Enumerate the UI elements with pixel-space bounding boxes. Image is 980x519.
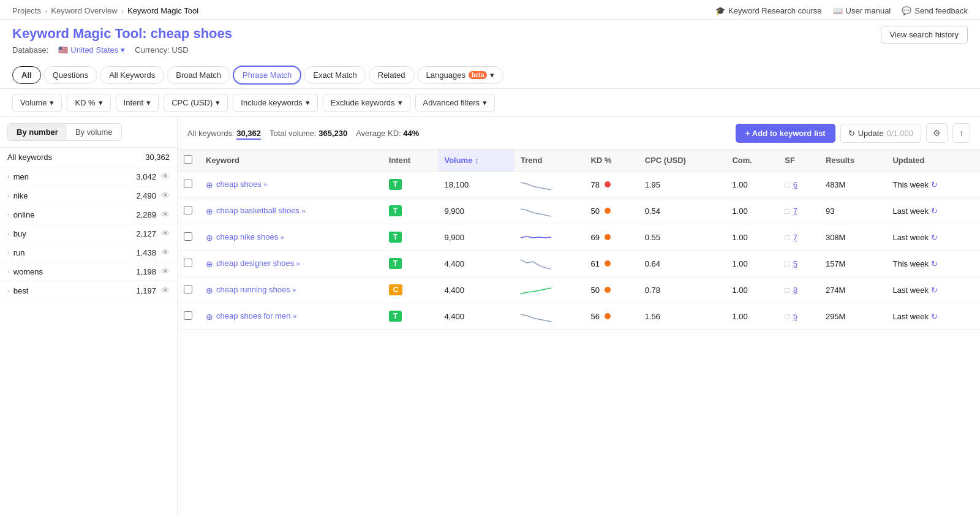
row-checkbox-2[interactable] xyxy=(184,232,192,241)
sf-icon-2: □ xyxy=(785,233,790,242)
volume-filter[interactable]: Volume ▾ xyxy=(12,94,62,112)
user-manual-link[interactable]: 📖 User manual xyxy=(833,6,891,15)
chevron-down-icon: ▾ xyxy=(50,98,54,107)
volume-header[interactable]: Volume ↕ xyxy=(438,150,514,172)
refresh-icon-2[interactable]: ↻ xyxy=(931,233,938,242)
row-checkbox-4[interactable] xyxy=(184,285,192,294)
view-search-history-button[interactable]: View search history xyxy=(881,26,968,44)
eye-icon[interactable]: 👁 xyxy=(161,229,170,238)
eye-icon[interactable]: 👁 xyxy=(161,248,170,257)
chevron-down-icon: ▾ xyxy=(490,70,494,80)
breadcrumb-current: Keyword Magic Tool xyxy=(127,6,198,15)
sidebar-item-womens[interactable]: › womens 1,198 👁 xyxy=(0,262,177,281)
page-title: Keyword Magic Tool: cheap shoes xyxy=(12,26,232,42)
refresh-icon-1[interactable]: ↻ xyxy=(931,206,938,216)
refresh-icon: ↻ xyxy=(848,129,855,138)
update-button[interactable]: ↻ Update 0/1,000 xyxy=(840,124,921,143)
sf-header: SF xyxy=(778,150,820,172)
intent-badge-2: T xyxy=(389,232,402,243)
tab-questions[interactable]: Questions xyxy=(43,66,98,84)
sidebar-item-best[interactable]: › best 1,197 👁 xyxy=(0,281,177,300)
table-header-row: Keyword Intent Volume ↕ Trend KD % CPC (… xyxy=(178,150,980,172)
tab-phrase-match[interactable]: Phrase Match xyxy=(233,66,301,85)
sf-number-1[interactable]: 7 xyxy=(793,206,797,216)
keyword-link-4[interactable]: cheap running shoes » xyxy=(216,285,296,294)
sidebar-all-keywords-row: All keywords 30,362 xyxy=(0,148,177,167)
database-selector[interactable]: 🇺🇸 United States ▾ xyxy=(58,45,125,55)
chevron-down-icon: ▾ xyxy=(306,98,310,107)
tab-broad-match[interactable]: Broad Match xyxy=(167,66,230,84)
sf-number-2[interactable]: 7 xyxy=(793,233,797,242)
settings-button[interactable]: ⚙ xyxy=(926,123,948,143)
sf-number-0[interactable]: 6 xyxy=(793,180,797,189)
keyword-research-course-link[interactable]: 🎓 Keyword Research course xyxy=(715,6,821,15)
advanced-filters[interactable]: Advanced filters ▾ xyxy=(415,94,496,112)
include-keywords-filter[interactable]: Include keywords ▾ xyxy=(233,94,317,112)
tab-related[interactable]: Related xyxy=(369,66,415,84)
results-header: Results xyxy=(820,150,887,172)
add-keyword-icon[interactable]: ⊕ xyxy=(206,259,213,269)
add-to-keyword-list-button[interactable]: + Add to keyword list xyxy=(736,124,835,143)
intent-badge-5: T xyxy=(389,311,402,322)
eye-icon[interactable]: 👁 xyxy=(161,267,170,276)
graduation-icon: 🎓 xyxy=(715,6,725,15)
keyword-link-0[interactable]: cheap shoes » xyxy=(216,180,267,189)
eye-icon[interactable]: 👁 xyxy=(161,210,170,219)
table-row: ⊕ cheap designer shoes » T 4,400 61 0.64… xyxy=(178,251,980,277)
eye-icon[interactable]: 👁 xyxy=(161,191,170,200)
add-keyword-icon[interactable]: ⊕ xyxy=(206,312,213,322)
table-row: ⊕ cheap basketball shoes » T 9,900 50 0.… xyxy=(178,198,980,224)
chevron-right-icon: › xyxy=(7,287,10,294)
eye-icon[interactable]: 👁 xyxy=(161,172,170,181)
breadcrumb-keyword-overview[interactable]: Keyword Overview xyxy=(51,6,117,15)
refresh-icon-4[interactable]: ↻ xyxy=(931,286,938,295)
sf-number-5[interactable]: 5 xyxy=(793,312,797,321)
sidebar-item-online[interactable]: › online 2,289 👁 xyxy=(0,205,177,224)
cpc-header: CPC (USD) xyxy=(639,150,726,172)
sort-by-number-button[interactable]: By number xyxy=(8,124,67,140)
keyword-link-2[interactable]: cheap nike shoes » xyxy=(216,232,284,241)
sidebar-item-men[interactable]: › men 3,042 👁 xyxy=(0,167,177,186)
send-feedback-link[interactable]: 💬 Send feedback xyxy=(902,6,968,15)
sf-icon-3: □ xyxy=(785,259,790,268)
sf-number-3[interactable]: 5 xyxy=(793,259,797,268)
kd-dot-5 xyxy=(605,313,611,319)
exclude-keywords-filter[interactable]: Exclude keywords ▾ xyxy=(323,94,410,112)
feedback-icon: 💬 xyxy=(902,6,911,15)
refresh-icon-5[interactable]: ↻ xyxy=(931,312,938,321)
intent-badge-0: T xyxy=(389,179,402,190)
cpc-filter[interactable]: CPC (USD) ▾ xyxy=(164,94,228,112)
row-checkbox-3[interactable] xyxy=(184,259,192,267)
keyword-link-1[interactable]: cheap basketball shoes » xyxy=(216,206,306,215)
kd-dot-4 xyxy=(605,287,611,293)
sort-by-volume-button[interactable]: By volume xyxy=(67,124,121,140)
row-checkbox-0[interactable] xyxy=(184,180,192,188)
refresh-icon-0[interactable]: ↻ xyxy=(931,180,938,189)
eye-icon[interactable]: 👁 xyxy=(161,286,170,295)
tab-exact-match[interactable]: Exact Match xyxy=(304,66,366,84)
export-button[interactable]: ↑ xyxy=(952,123,970,143)
sf-number-4[interactable]: 8 xyxy=(793,286,797,295)
kd-filter[interactable]: KD % ▾ xyxy=(67,94,110,112)
refresh-icon-3[interactable]: ↻ xyxy=(931,259,938,268)
add-keyword-icon[interactable]: ⊕ xyxy=(206,286,213,295)
keyword-link-5[interactable]: cheap shoes for men » xyxy=(216,311,296,320)
languages-button[interactable]: Languages beta ▾ xyxy=(417,66,504,84)
select-all-checkbox[interactable] xyxy=(184,155,192,164)
add-keyword-icon[interactable]: ⊕ xyxy=(206,233,213,243)
add-keyword-icon[interactable]: ⊕ xyxy=(206,206,213,216)
intent-filter[interactable]: Intent ▾ xyxy=(116,94,159,112)
row-checkbox-1[interactable] xyxy=(184,206,192,214)
breadcrumb-projects[interactable]: Projects xyxy=(12,6,41,15)
tab-all[interactable]: All xyxy=(12,66,41,84)
table-row: ⊕ cheap running shoes » C 4,400 50 0.78 … xyxy=(178,277,980,303)
chevron-down-icon: ▾ xyxy=(99,98,103,107)
row-checkbox-5[interactable] xyxy=(184,311,192,320)
tab-all-keywords[interactable]: All Keywords xyxy=(100,66,164,84)
sidebar-item-buy[interactable]: › buy 2,127 👁 xyxy=(0,224,177,243)
add-keyword-icon[interactable]: ⊕ xyxy=(206,180,213,190)
keyword-link-3[interactable]: cheap designer shoes » xyxy=(216,259,300,268)
chevron-down-icon: ▾ xyxy=(121,45,125,55)
sidebar-item-nike[interactable]: › nike 2,490 👁 xyxy=(0,186,177,205)
sidebar-item-run[interactable]: › run 1,438 👁 xyxy=(0,243,177,262)
